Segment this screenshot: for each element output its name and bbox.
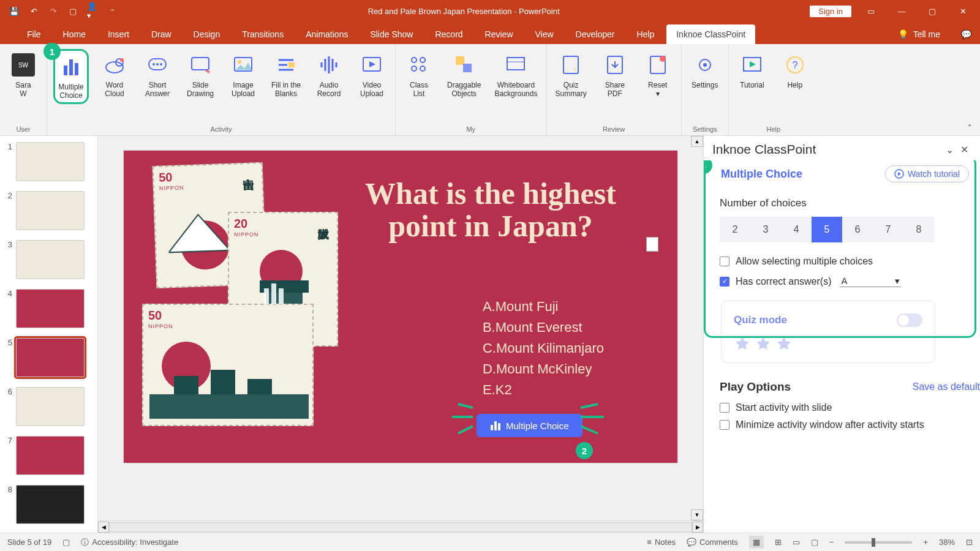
view-normal-icon[interactable]: ▦ bbox=[749, 536, 764, 549]
choice-4[interactable]: 4 bbox=[781, 217, 812, 242]
quiz-summary-button[interactable]: Quiz Summary bbox=[552, 49, 589, 100]
draggable-objects-button[interactable]: Draggable Objects bbox=[445, 49, 483, 100]
thumb-1[interactable] bbox=[16, 142, 85, 181]
minimize-icon[interactable]: — bbox=[891, 7, 913, 16]
correct-answer-select[interactable]: A ▾ bbox=[840, 276, 901, 287]
thumb-2[interactable] bbox=[16, 191, 85, 230]
slide[interactable]: 50 NIPPON 富士山 20 NIPPON 大阪城 50 NIPPON bbox=[124, 151, 677, 463]
tab-file[interactable]: File bbox=[17, 24, 51, 44]
thumb-5[interactable] bbox=[16, 338, 85, 377]
scroll-down-icon[interactable]: ▼ bbox=[691, 509, 703, 520]
word-cloud-button[interactable]: Word Cloud bbox=[97, 49, 132, 100]
tab-help[interactable]: Help bbox=[627, 24, 664, 44]
tell-me[interactable]: 💡 Tell me bbox=[888, 24, 950, 44]
tab-insert[interactable]: Insert bbox=[98, 24, 139, 44]
watch-tutorial-button[interactable]: Watch tutorial bbox=[885, 165, 969, 182]
comments-button[interactable]: 💬Comments bbox=[687, 538, 738, 547]
short-answer-button[interactable]: Short Answer bbox=[140, 49, 175, 100]
reset-button[interactable]: Reset ▾ bbox=[641, 49, 675, 100]
view-slideshow-icon[interactable]: ▢ bbox=[811, 538, 818, 547]
tab-home[interactable]: Home bbox=[53, 24, 96, 44]
help-label: Help bbox=[787, 81, 802, 89]
choice-8[interactable]: 8 bbox=[903, 217, 934, 242]
has-correct-checkbox[interactable]: ✓ bbox=[720, 277, 729, 287]
comments-icon[interactable]: 💬 bbox=[952, 24, 980, 44]
save-icon[interactable]: 💾 bbox=[9, 6, 20, 17]
thumb-4[interactable] bbox=[16, 289, 85, 328]
redo-icon[interactable]: ↷ bbox=[48, 6, 59, 17]
signin-button[interactable]: Sign in bbox=[810, 6, 851, 17]
group-label-user: User bbox=[16, 124, 30, 133]
tab-transitions[interactable]: Transitions bbox=[232, 24, 293, 44]
vertical-scrollbar[interactable]: ▲ ▼ bbox=[691, 136, 703, 520]
slide-drawing-button[interactable]: Slide Drawing bbox=[183, 49, 217, 100]
view-sorter-icon[interactable]: ⊞ bbox=[775, 538, 782, 547]
undo-icon[interactable]: ↶ bbox=[28, 6, 39, 17]
present-icon[interactable]: ▢ bbox=[67, 6, 78, 17]
thumb-7[interactable] bbox=[16, 436, 85, 475]
fit-window-icon[interactable]: ⊡ bbox=[966, 538, 973, 547]
thumb-8[interactable] bbox=[16, 485, 85, 524]
thumb-6[interactable] bbox=[16, 387, 85, 426]
settings-button[interactable]: Settings bbox=[688, 49, 722, 92]
scroll-right-icon[interactable]: ▶ bbox=[692, 522, 703, 533]
choice-7[interactable]: 7 bbox=[873, 217, 903, 242]
user-avatar-button[interactable]: SW Sara W bbox=[6, 49, 40, 100]
ribbon-display-icon[interactable]: ▭ bbox=[860, 7, 882, 16]
notes-button[interactable]: ≡Notes bbox=[647, 538, 676, 547]
pane-close-icon[interactable]: ✕ bbox=[957, 144, 971, 156]
scroll-up-icon[interactable]: ▲ bbox=[691, 136, 703, 147]
image-upload-button[interactable]: Image Upload bbox=[226, 49, 260, 100]
accessibility-status[interactable]: ⓘ Accessibility: Investigate bbox=[81, 537, 178, 548]
zoom-in-icon[interactable]: + bbox=[923, 538, 928, 547]
qat-more-icon[interactable]: ⁼ bbox=[107, 6, 118, 17]
multiple-choice-button[interactable]: Multiple Choice bbox=[53, 49, 89, 104]
allow-multiple-checkbox[interactable] bbox=[720, 257, 729, 266]
tab-record[interactable]: Record bbox=[425, 24, 472, 44]
choice-2[interactable]: 2 bbox=[720, 217, 750, 242]
notes-toggle-icon[interactable]: ▢ bbox=[62, 538, 70, 547]
choice-3[interactable]: 3 bbox=[750, 217, 781, 242]
zoom-out-icon[interactable]: − bbox=[829, 538, 834, 547]
tab-developer[interactable]: Developer bbox=[566, 24, 625, 44]
slide-counter[interactable]: Slide 5 of 19 bbox=[7, 538, 51, 547]
start-with-slide-checkbox[interactable] bbox=[720, 403, 729, 413]
tab-view[interactable]: View bbox=[526, 24, 564, 44]
touch-mode-icon[interactable]: 👤▾ bbox=[87, 6, 98, 17]
multiple-choice-pill[interactable]: Multiple Choice bbox=[477, 414, 582, 437]
choice-6[interactable]: 6 bbox=[842, 217, 873, 242]
choice-5[interactable]: 5 bbox=[812, 217, 842, 242]
slide-thumbnails[interactable]: 1 2 3 4 5 6 7 8 9 bbox=[0, 136, 98, 533]
quiz-mode-toggle[interactable] bbox=[897, 313, 922, 327]
thumb-3[interactable] bbox=[16, 240, 85, 279]
zoom-value[interactable]: 38% bbox=[939, 538, 955, 547]
zoom-slider[interactable] bbox=[845, 541, 912, 544]
share-pdf-button[interactable]: Share PDF bbox=[598, 49, 632, 100]
fill-blanks-button[interactable]: Fill in the Blanks bbox=[269, 49, 303, 100]
scroll-left-icon[interactable]: ◀ bbox=[98, 522, 109, 533]
tab-slideshow[interactable]: Slide Show bbox=[360, 24, 423, 44]
tab-review[interactable]: Review bbox=[475, 24, 523, 44]
save-as-default-button[interactable]: Save as default bbox=[913, 381, 980, 392]
audio-record-button[interactable]: Audio Record bbox=[312, 49, 346, 100]
pane-dropdown-icon[interactable]: ⌄ bbox=[942, 144, 957, 156]
whiteboard-bg-button[interactable]: Whiteboard Backgrounds bbox=[492, 49, 540, 100]
minimize-window-checkbox[interactable] bbox=[720, 420, 729, 430]
svg-line-57 bbox=[581, 426, 598, 433]
tab-inknoe-classpoint[interactable]: Inknoe ClassPoint bbox=[666, 24, 755, 44]
tutorial-button[interactable]: Tutorial bbox=[735, 49, 769, 92]
textbox-handle[interactable] bbox=[646, 237, 658, 252]
close-icon[interactable]: ✕ bbox=[952, 7, 974, 16]
tab-draw[interactable]: Draw bbox=[141, 24, 181, 44]
tab-animations[interactable]: Animations bbox=[296, 24, 358, 44]
group-label-review: Review bbox=[603, 124, 625, 133]
maximize-icon[interactable]: ▢ bbox=[921, 7, 943, 16]
class-list-button[interactable]: Class List bbox=[402, 49, 436, 100]
collapse-ribbon-icon[interactable]: ⌃ bbox=[967, 123, 973, 132]
help-button[interactable]: ?Help bbox=[778, 49, 812, 92]
video-upload-button[interactable]: Video Upload bbox=[355, 49, 389, 100]
horizontal-scrollbar[interactable]: ◀ ▶ bbox=[98, 520, 703, 533]
tab-design[interactable]: Design bbox=[184, 24, 230, 44]
view-reading-icon[interactable]: ▭ bbox=[793, 538, 800, 547]
svg-rect-2 bbox=[75, 63, 78, 75]
